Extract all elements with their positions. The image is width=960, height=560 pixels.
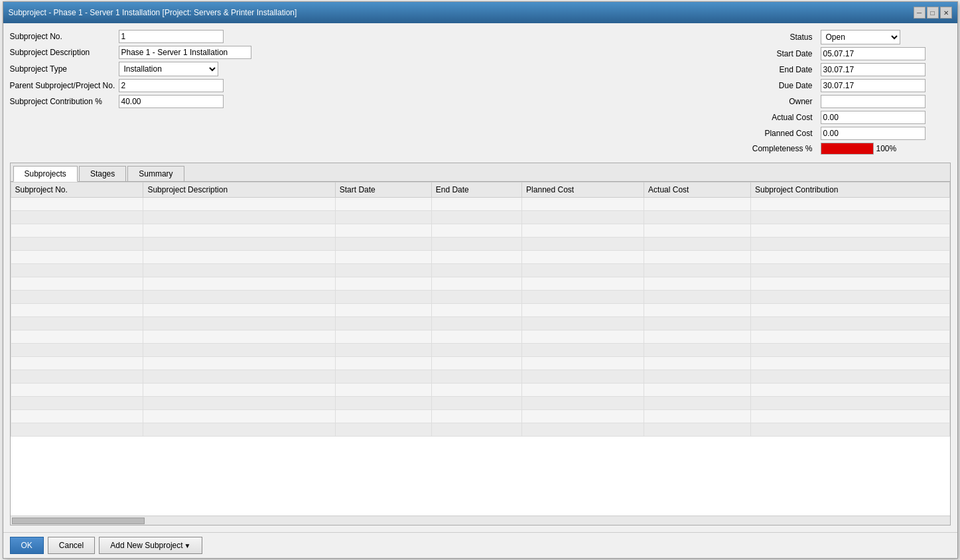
subproject-type-select[interactable]: Installation Planning Testing xyxy=(119,62,218,76)
table-row xyxy=(11,370,949,384)
status-row: Status Open In Progress Closed xyxy=(752,30,951,44)
subprojects-table: Subproject No. Subproject Description St… xyxy=(11,182,950,437)
col-subproject-no: Subproject No. xyxy=(11,182,143,198)
end-date-label: End Date xyxy=(752,65,818,74)
due-date-row: Due Date xyxy=(752,79,951,92)
actual-cost-label: Actual Cost xyxy=(752,113,818,122)
completeness-value: 100% xyxy=(876,144,897,153)
add-new-subproject-button[interactable]: Add New Subproject ▼ xyxy=(99,537,202,554)
table-row xyxy=(11,264,949,277)
cancel-button[interactable]: Cancel xyxy=(48,537,95,554)
subproject-type-row: Subproject Type Installation Planning Te… xyxy=(10,62,251,76)
status-select[interactable]: Open In Progress Closed xyxy=(821,30,900,44)
col-start-date: Start Date xyxy=(335,182,431,198)
completeness-bar-container: 100% xyxy=(821,143,897,155)
table-row xyxy=(11,251,949,264)
contribution-input[interactable] xyxy=(119,95,224,108)
parent-row: Parent Subproject/Project No. xyxy=(10,79,251,92)
owner-input[interactable] xyxy=(821,95,926,108)
actual-cost-row: Actual Cost xyxy=(752,111,951,124)
table-row xyxy=(11,423,949,437)
due-date-label: Due Date xyxy=(752,81,818,90)
table-row xyxy=(11,224,949,238)
due-date-input[interactable] xyxy=(821,79,926,92)
contribution-label: Subproject Contribution % xyxy=(10,97,116,106)
status-label: Status xyxy=(752,33,818,42)
form-right: Status Open In Progress Closed Start Dat… xyxy=(752,30,951,155)
bottom-bar: OK Cancel Add New Subproject ▼ xyxy=(3,532,957,558)
subproject-no-label: Subproject No. xyxy=(10,32,116,41)
subproject-no-row: Subproject No. xyxy=(10,30,251,43)
start-date-input[interactable] xyxy=(821,47,926,60)
subproject-type-label: Subproject Type xyxy=(10,64,116,74)
table-row xyxy=(11,304,949,317)
tab-stages[interactable]: Stages xyxy=(79,166,126,181)
table-row xyxy=(11,384,949,397)
window-title: Subproject - Phase 1 - Server 1 Installa… xyxy=(9,8,297,17)
minimize-button[interactable]: ─ xyxy=(914,7,926,19)
title-bar: Subproject - Phase 1 - Server 1 Installa… xyxy=(3,2,957,23)
table-row xyxy=(11,198,949,211)
table-row xyxy=(11,291,949,304)
completeness-bar xyxy=(821,143,874,155)
table-row xyxy=(11,357,949,370)
table-row xyxy=(11,330,949,344)
table-row xyxy=(11,317,949,330)
start-date-label: Start Date xyxy=(752,49,818,58)
col-subproject-contribution: Subproject Contribution xyxy=(750,182,949,198)
window-controls: ─ □ ✕ xyxy=(914,7,952,19)
main-window: Subproject - Phase 1 - Server 1 Installa… xyxy=(3,1,958,559)
planned-cost-label: Planned Cost xyxy=(752,129,818,138)
tabs-container: Subprojects Stages Summary ↗ Subproject … xyxy=(10,163,951,525)
parent-label: Parent Subproject/Project No. xyxy=(10,81,116,90)
end-date-input[interactable] xyxy=(821,63,926,76)
subproject-no-input[interactable] xyxy=(119,30,224,43)
planned-cost-row: Planned Cost xyxy=(752,127,951,140)
contribution-row: Subproject Contribution % xyxy=(10,95,251,108)
ok-button[interactable]: OK xyxy=(10,537,44,554)
completeness-row: Completeness % 100% xyxy=(752,143,951,155)
table-row xyxy=(11,397,949,410)
table-row xyxy=(11,344,949,357)
subproject-desc-input[interactable] xyxy=(119,46,251,59)
col-subproject-desc: Subproject Description xyxy=(143,182,335,198)
parent-input[interactable] xyxy=(119,79,224,92)
table-row xyxy=(11,238,949,251)
col-actual-cost: Actual Cost xyxy=(644,182,751,198)
table-row xyxy=(11,211,949,224)
end-date-row: End Date xyxy=(752,63,951,76)
maximize-button[interactable]: □ xyxy=(927,7,939,19)
tab-subprojects[interactable]: Subprojects xyxy=(13,166,78,182)
completeness-label: Completeness % xyxy=(752,144,818,153)
scrollbar-track[interactable] xyxy=(12,518,949,524)
tab-content: ↗ Subproject No. Subproject Description … xyxy=(11,182,950,525)
table-row xyxy=(11,410,949,423)
table-wrapper[interactable]: ↗ Subproject No. Subproject Description … xyxy=(11,182,950,516)
actual-cost-input[interactable] xyxy=(821,111,926,124)
subproject-desc-label: Subproject Description xyxy=(10,48,116,57)
horizontal-scrollbar[interactable] xyxy=(11,516,950,525)
window-content: Subproject No. Subproject Description Su… xyxy=(3,23,957,532)
close-button[interactable]: ✕ xyxy=(940,7,952,19)
dropdown-arrow-icon: ▼ xyxy=(184,542,191,549)
form-left: Subproject No. Subproject Description Su… xyxy=(10,30,251,155)
scrollbar-thumb[interactable] xyxy=(12,518,145,524)
owner-label: Owner xyxy=(752,97,818,106)
tabs-bar: Subprojects Stages Summary xyxy=(11,163,950,182)
start-date-row: Start Date xyxy=(752,47,951,60)
col-end-date: End Date xyxy=(431,182,521,198)
table-row xyxy=(11,277,949,291)
tab-summary[interactable]: Summary xyxy=(127,166,184,181)
table-header-row: Subproject No. Subproject Description St… xyxy=(11,182,949,198)
form-section: Subproject No. Subproject Description Su… xyxy=(10,30,951,155)
planned-cost-input[interactable] xyxy=(821,127,926,140)
col-planned-cost: Planned Cost xyxy=(522,182,644,198)
subproject-desc-row: Subproject Description xyxy=(10,46,251,59)
owner-row: Owner xyxy=(752,95,951,108)
